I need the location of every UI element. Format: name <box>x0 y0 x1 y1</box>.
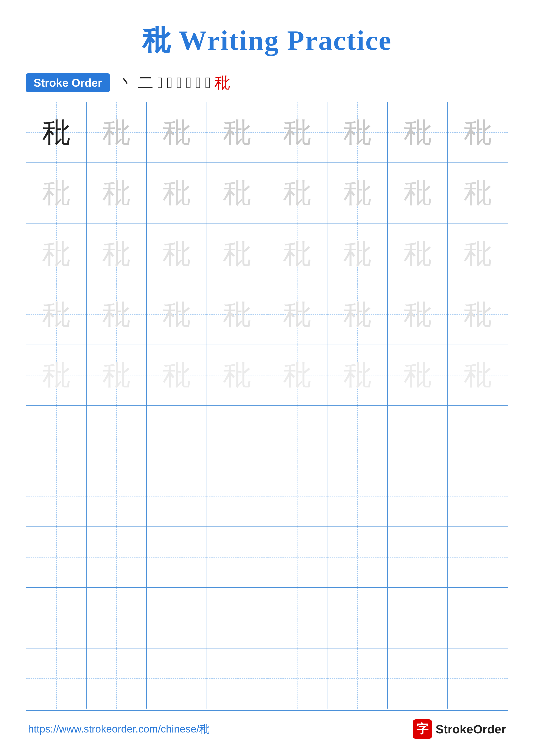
grid-cell-2-2[interactable]: 秕 <box>147 224 207 284</box>
grid-cell-6-2[interactable] <box>147 466 207 527</box>
grid-cell-7-4[interactable] <box>267 527 328 587</box>
grid-cell-5-2[interactable] <box>147 406 207 466</box>
grid-cell-3-0[interactable]: 秕 <box>26 284 87 345</box>
grid-cell-6-1[interactable] <box>87 466 147 527</box>
cell-char-1-5: 秕 <box>343 179 371 207</box>
grid-cell-9-7[interactable] <box>448 648 508 709</box>
grid-cell-7-0[interactable] <box>26 527 87 587</box>
grid-cell-5-6[interactable] <box>388 406 448 466</box>
grid-cell-9-3[interactable] <box>207 648 267 709</box>
grid-cell-4-2[interactable]: 秕 <box>147 345 207 405</box>
grid-cell-1-1[interactable]: 秕 <box>87 163 147 223</box>
grid-cell-6-4[interactable] <box>267 466 328 527</box>
grid-cell-2-4[interactable]: 秕 <box>267 224 328 284</box>
grid-cell-4-5[interactable]: 秕 <box>327 345 388 405</box>
grid-cell-0-4[interactable]: 秕 <box>267 102 328 162</box>
grid-cell-4-6[interactable]: 秕 <box>388 345 448 405</box>
grid-cell-0-0[interactable]: 秕 <box>26 102 87 162</box>
grid-cell-4-3[interactable]: 秕 <box>207 345 267 405</box>
grid-cell-1-7[interactable]: 秕 <box>448 163 508 223</box>
grid-cell-7-6[interactable] <box>388 527 448 587</box>
grid-cell-8-7[interactable] <box>448 588 508 648</box>
grid-cell-2-6[interactable]: 秕 <box>388 224 448 284</box>
grid-cell-6-5[interactable] <box>327 466 388 527</box>
grid-cell-9-0[interactable] <box>26 648 87 709</box>
grid-cell-0-6[interactable]: 秕 <box>388 102 448 162</box>
grid-cell-3-1[interactable]: 秕 <box>87 284 147 345</box>
grid-cell-1-4[interactable]: 秕 <box>267 163 328 223</box>
stroke-seq-step-0: 丶 <box>118 72 134 93</box>
grid-cell-7-3[interactable] <box>207 527 267 587</box>
grid-cell-7-7[interactable] <box>448 527 508 587</box>
grid-cell-4-1[interactable]: 秕 <box>87 345 147 405</box>
grid-cell-1-6[interactable]: 秕 <box>388 163 448 223</box>
grid-cell-8-0[interactable] <box>26 588 87 648</box>
grid-cell-1-5[interactable]: 秕 <box>327 163 388 223</box>
grid-cell-0-2[interactable]: 秕 <box>147 102 207 162</box>
grid-cell-6-6[interactable] <box>388 466 448 527</box>
grid-cell-3-7[interactable]: 秕 <box>448 284 508 345</box>
footer-logo-text: StrokeOrder <box>436 722 506 736</box>
grid-cell-3-2[interactable]: 秕 <box>147 284 207 345</box>
grid-cell-9-6[interactable] <box>388 648 448 709</box>
grid-cell-8-3[interactable] <box>207 588 267 648</box>
grid-cell-6-0[interactable] <box>26 466 87 527</box>
footer-logo: 字 StrokeOrder <box>413 719 506 739</box>
grid-cell-9-1[interactable] <box>87 648 147 709</box>
grid-cell-5-0[interactable] <box>26 406 87 466</box>
grid-cell-9-2[interactable] <box>147 648 207 709</box>
cell-char-4-2: 秕 <box>163 361 191 389</box>
grid-cell-0-5[interactable]: 秕 <box>327 102 388 162</box>
grid-cell-2-1[interactable]: 秕 <box>87 224 147 284</box>
grid-cell-5-4[interactable] <box>267 406 328 466</box>
grid-cell-5-7[interactable] <box>448 406 508 466</box>
grid-cell-3-4[interactable]: 秕 <box>267 284 328 345</box>
grid-cell-1-2[interactable]: 秕 <box>147 163 207 223</box>
grid-cell-0-7[interactable]: 秕 <box>448 102 508 162</box>
grid-cell-2-7[interactable]: 秕 <box>448 224 508 284</box>
cell-char-0-2: 秕 <box>163 118 191 146</box>
grid-cell-5-5[interactable] <box>327 406 388 466</box>
grid-cell-8-5[interactable] <box>327 588 388 648</box>
stroke-seq-step-2: 𠄌 <box>157 74 163 92</box>
cell-char-3-4: 秕 <box>283 300 311 328</box>
grid-cell-8-4[interactable] <box>267 588 328 648</box>
grid-cell-9-4[interactable] <box>267 648 328 709</box>
grid-cell-8-1[interactable] <box>87 588 147 648</box>
grid-cell-0-1[interactable]: 秕 <box>87 102 147 162</box>
grid-row-3: 秕秕秕秕秕秕秕秕 <box>26 284 508 345</box>
stroke-sequence: 丶二𠄌𠄏𠄐𠄑𠄒𠄓秕 <box>118 72 230 93</box>
grid-cell-2-0[interactable]: 秕 <box>26 224 87 284</box>
grid-cell-5-3[interactable] <box>207 406 267 466</box>
cell-char-3-7: 秕 <box>464 300 492 328</box>
cell-char-3-5: 秕 <box>343 300 371 328</box>
cell-char-2-2: 秕 <box>163 240 191 268</box>
cell-char-3-6: 秕 <box>404 300 432 328</box>
cell-char-4-0: 秕 <box>42 361 70 389</box>
grid-cell-7-1[interactable] <box>87 527 147 587</box>
grid-cell-9-5[interactable] <box>327 648 388 709</box>
grid-cell-7-2[interactable] <box>147 527 207 587</box>
grid-cell-6-3[interactable] <box>207 466 267 527</box>
grid-cell-4-4[interactable]: 秕 <box>267 345 328 405</box>
grid-cell-4-7[interactable]: 秕 <box>448 345 508 405</box>
grid-cell-1-3[interactable]: 秕 <box>207 163 267 223</box>
grid-cell-2-5[interactable]: 秕 <box>327 224 388 284</box>
grid-cell-4-0[interactable]: 秕 <box>26 345 87 405</box>
grid-cell-8-6[interactable] <box>388 588 448 648</box>
footer-logo-icon: 字 <box>413 719 432 739</box>
stroke-seq-step-4: 𠄐 <box>176 74 182 92</box>
grid-cell-3-6[interactable]: 秕 <box>388 284 448 345</box>
grid-cell-5-1[interactable] <box>87 406 147 466</box>
grid-cell-0-3[interactable]: 秕 <box>207 102 267 162</box>
grid-cell-3-3[interactable]: 秕 <box>207 284 267 345</box>
grid-cell-6-7[interactable] <box>448 466 508 527</box>
grid-cell-2-3[interactable]: 秕 <box>207 224 267 284</box>
grid-cell-8-2[interactable] <box>147 588 207 648</box>
grid-cell-7-5[interactable] <box>327 527 388 587</box>
grid-cell-1-0[interactable]: 秕 <box>26 163 87 223</box>
cell-char-4-6: 秕 <box>404 361 432 389</box>
cell-char-1-0: 秕 <box>42 179 70 207</box>
footer: https://www.strokeorder.com/chinese/秕 字 … <box>26 719 508 739</box>
grid-cell-3-5[interactable]: 秕 <box>327 284 388 345</box>
